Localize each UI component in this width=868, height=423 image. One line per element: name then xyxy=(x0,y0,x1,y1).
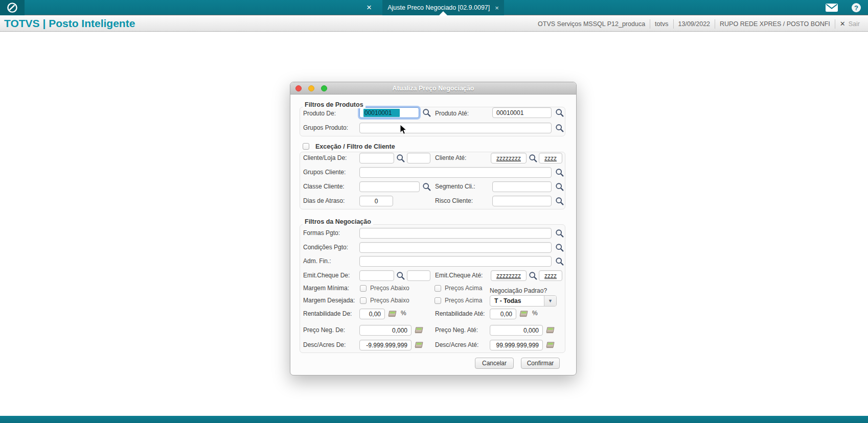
cliente-de-search-icon[interactable] xyxy=(396,154,405,163)
margem-minima-label: Margem Mínima: xyxy=(303,285,349,292)
dias-atraso-field[interactable]: 0 xyxy=(359,196,393,206)
loja-de-field[interactable] xyxy=(407,153,430,163)
cliente-de-field[interactable] xyxy=(359,153,394,163)
condicoes-pgto-field[interactable] xyxy=(359,242,552,253)
risco-cliente-search-icon[interactable] xyxy=(555,197,564,206)
produto-ate-label: Produto Até: xyxy=(435,110,469,117)
emit-cheque-ate-field[interactable]: zzzzzzzz xyxy=(491,270,527,281)
logout-x-icon: ✕ xyxy=(840,20,846,28)
preco-neg-ate-calculator-icon[interactable] xyxy=(545,326,555,334)
help-icon[interactable]: ? xyxy=(852,3,861,12)
preco-neg-de-calculator-icon[interactable] xyxy=(414,326,424,334)
emit-cheque-de-loja-field[interactable] xyxy=(407,270,430,281)
logout-button[interactable]: ✕ Sair xyxy=(840,20,860,28)
tab-ajuste-preco-negociado[interactable]: Ajuste Preco Negociado [02.9.0097] × xyxy=(382,0,504,15)
produto-de-field[interactable]: 00010001 xyxy=(359,107,419,118)
rentabilidade-de-label: Rentabilidade De: xyxy=(303,310,352,317)
produto-ate-field[interactable]: 00010001 xyxy=(492,107,552,118)
excecao-filtro-cliente-checkbox[interactable] xyxy=(303,143,309,150)
window-maximize-traffic-icon[interactable] xyxy=(321,85,327,91)
logout-label: Sair xyxy=(849,20,860,28)
emit-cheque-de-field[interactable] xyxy=(359,270,394,281)
environment-info: OTVS Serviços MSSQL P12_produca xyxy=(538,20,645,28)
chevron-down-icon: ▼ xyxy=(544,296,556,306)
segmento-cli-field[interactable] xyxy=(492,181,552,192)
produto-de-search-icon[interactable] xyxy=(422,108,431,118)
margem-minima-precos-acima-label: Preços Acima xyxy=(445,285,482,292)
risco-cliente-field[interactable] xyxy=(492,196,552,206)
margem-desejada-precos-abaixo-checkbox[interactable] xyxy=(360,297,367,304)
group-title-negociacao: Filtros da Negociação xyxy=(303,218,373,225)
rentabilidade-de-field[interactable]: 0,00 xyxy=(359,309,385,319)
desc-acres-ate-field[interactable]: 99.999.999,999 xyxy=(490,340,543,350)
workspace-close-icon[interactable]: × xyxy=(360,0,378,15)
grupos-cliente-search-icon[interactable] xyxy=(555,168,564,177)
margem-minima-precos-acima-checkbox[interactable] xyxy=(435,285,441,292)
rentabilidade-de-calculator-icon[interactable] xyxy=(387,310,397,318)
condicoes-pgto-search-icon[interactable] xyxy=(555,243,564,252)
segmento-cli-label: Segmento Cli.: xyxy=(435,183,475,190)
grupos-cliente-field[interactable] xyxy=(359,167,552,178)
brand-title: TOTVS | Posto Inteligente xyxy=(4,17,135,30)
separator xyxy=(673,19,674,29)
screen: × Ajuste Preco Negociado [02.9.0097] × ?… xyxy=(0,0,868,423)
totvs-logo-icon xyxy=(6,2,18,14)
formas-pgto-field[interactable] xyxy=(359,228,552,239)
active-tab-arrow xyxy=(439,11,447,15)
segmento-cli-search-icon[interactable] xyxy=(555,182,564,192)
grupos-produto-field[interactable] xyxy=(359,123,552,133)
desc-acres-ate-calculator-icon[interactable] xyxy=(545,341,555,349)
desc-acres-de-calculator-icon[interactable] xyxy=(414,341,424,349)
rentabilidade-ate-field[interactable]: 0,00 xyxy=(490,309,516,319)
separator xyxy=(715,19,715,29)
cancel-button[interactable]: Cancelar xyxy=(475,358,514,369)
tab-close-icon[interactable]: × xyxy=(495,4,499,12)
adm-fin-field[interactable] xyxy=(359,256,552,267)
emit-cheque-de-search-icon[interactable] xyxy=(396,271,405,280)
produto-de-label: Produto De: xyxy=(303,110,336,117)
classe-cliente-field[interactable] xyxy=(359,181,420,192)
cliente-ate-search-icon[interactable] xyxy=(529,154,538,163)
margem-minima-precos-abaixo-checkbox[interactable] xyxy=(360,285,367,292)
produto-ate-search-icon[interactable] xyxy=(555,108,564,118)
preco-neg-ate-field[interactable]: 0,000 xyxy=(490,325,543,336)
emit-cheque-ate-search-icon[interactable] xyxy=(529,271,538,280)
separator xyxy=(835,19,835,29)
preco-neg-de-field[interactable]: 0,000 xyxy=(359,325,412,336)
desc-acres-ate-label: Desc/Acres Até: xyxy=(435,341,478,348)
date-info: 13/09/2022 xyxy=(678,20,711,28)
desc-acres-de-label: Desc/Acres De: xyxy=(303,341,346,348)
classe-cliente-label: Classe Cliente: xyxy=(303,183,345,190)
preco-neg-ate-label: Preço Neg. Até: xyxy=(435,326,478,334)
rentabilidade-ate-label: Rentabilidade Até: xyxy=(435,310,485,317)
window-minimize-traffic-icon[interactable] xyxy=(308,85,314,91)
loja-ate-field[interactable]: zzzz xyxy=(539,153,562,163)
emit-cheque-ate-loja-field[interactable]: zzzz xyxy=(539,270,562,281)
rentabilidade-ate-calculator-icon[interactable] xyxy=(519,310,529,318)
negociacao-padrao-value: T - Todas xyxy=(490,297,544,304)
formas-pgto-search-icon[interactable] xyxy=(555,229,564,238)
margem-desejada-precos-acima-checkbox[interactable] xyxy=(435,297,441,304)
user-info: totvs xyxy=(655,20,668,28)
margem-desejada-precos-acima-label: Preços Acima xyxy=(445,297,482,304)
app-header: TOTVS | Posto Inteligente OTVS Serviços … xyxy=(0,16,868,32)
produto-de-selected-text: 00010001 xyxy=(363,109,400,117)
top-bar: × Ajuste Preco Negociado [02.9.0097] × ? xyxy=(0,0,868,15)
grupos-produto-search-icon[interactable] xyxy=(555,124,564,133)
dialog-title-bar[interactable]: Atualiza Preço Negociação xyxy=(290,82,576,95)
totvs-logo[interactable] xyxy=(0,0,25,15)
mail-icon[interactable] xyxy=(825,3,838,12)
window-close-traffic-icon[interactable] xyxy=(295,85,302,91)
tab-label: Ajuste Preco Negociado [02.9.0097] xyxy=(387,4,490,11)
header-info: OTVS Serviços MSSQL P12_produca totvs 13… xyxy=(538,16,860,32)
adm-fin-search-icon[interactable] xyxy=(555,257,564,266)
cliente-ate-field[interactable]: zzzzzzzz xyxy=(491,153,527,163)
bottom-status-bar xyxy=(0,416,868,423)
group-title-produtos: Filtros de Produtos xyxy=(303,101,366,108)
formas-pgto-label: Formas Pgto: xyxy=(303,229,340,237)
classe-cliente-search-icon[interactable] xyxy=(422,182,431,192)
negociacao-padrao-dropdown[interactable]: T - Todas ▼ xyxy=(490,295,557,307)
margem-minima-precos-abaixo-label: Preços Abaixo xyxy=(370,285,409,292)
confirm-button[interactable]: Confirmar xyxy=(521,358,560,369)
desc-acres-de-field[interactable]: -9.999.999,999 xyxy=(359,340,412,350)
